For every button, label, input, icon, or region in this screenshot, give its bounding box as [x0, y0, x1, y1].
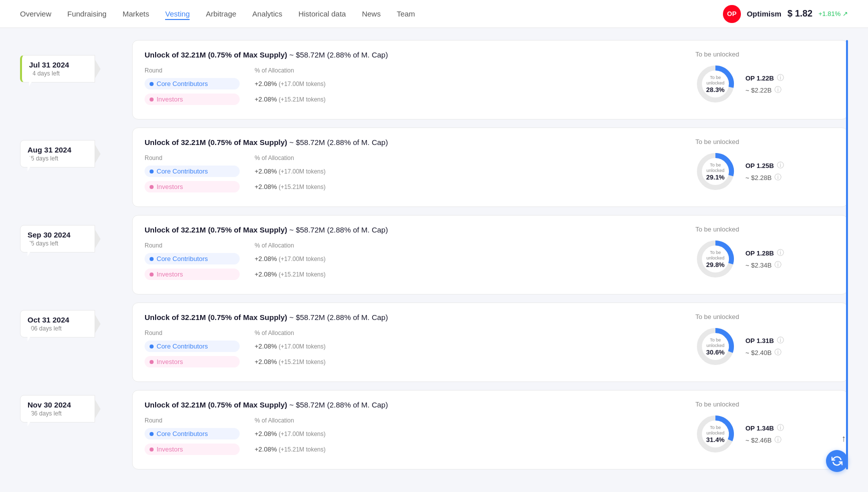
timeline-item-4[interactable]: Nov 30 2024 136 days left: [20, 395, 120, 422]
donut-center: To beunlocked 31.4%: [706, 425, 725, 444]
info-icon-op[interactable]: ⓘ: [777, 424, 784, 432]
info-icon-op[interactable]: ⓘ: [777, 248, 784, 258]
unlock-table: Round % of Allocation Core Contributors …: [145, 242, 675, 280]
scroll-up-button[interactable]: ↑: [841, 434, 846, 444]
usd-amount: ~ $2.46B: [745, 436, 771, 444]
op-amount: OP 1.25B: [745, 162, 774, 170]
unlock-card-1: Unlock of 32.21M (0.75% of Max Supply) ~…: [132, 128, 848, 207]
round-badge[interactable]: Core Contributors: [145, 253, 240, 264]
timeline-date: Aug 31 2024: [28, 146, 88, 154]
nav-item-analytics[interactable]: Analytics: [252, 8, 282, 20]
nav-item-arbitrage[interactable]: Arbitrage: [206, 8, 236, 20]
table-header: Round % of Allocation: [145, 154, 675, 162]
token-logo: OP: [723, 5, 741, 23]
unlock-table: Round % of Allocation Core Contributors …: [145, 417, 675, 455]
unlock-card-3: Unlock of 32.21M (0.75% of Max Supply) ~…: [132, 302, 848, 382]
chart-stats: OP 1.22B ⓘ ~ $2.22B ⓘ: [745, 74, 784, 94]
chart-row: To beunlocked 31.4% OP 1.34B ⓘ ~ $2.46B …: [695, 414, 784, 454]
table-header: Round % of Allocation: [145, 330, 675, 336]
timeline-days-left: 75 days left: [28, 240, 88, 247]
op-amount-row: OP 1.25B ⓘ: [745, 161, 784, 170]
col-round-header: Round: [145, 242, 255, 249]
round-badge[interactable]: Core Contributors: [145, 428, 240, 440]
timeline-date: Oct 31 2024: [28, 316, 88, 324]
chart-row: To beunlocked 28.3% OP 1.22B ⓘ ~ $2.22B …: [695, 64, 784, 104]
timeline-item-1[interactable]: Aug 31 2024 45 days left: [20, 140, 120, 168]
donut-pct: 29.8%: [706, 260, 725, 268]
chart-title: To be unlocked: [695, 226, 739, 233]
chart-row: To beunlocked 30.6% OP 1.31B ⓘ ~ $2.40B …: [695, 326, 784, 366]
info-icon-op[interactable]: ⓘ: [777, 161, 784, 170]
unlock-row: Core Contributors +2.08% (+17.00M tokens…: [145, 78, 675, 90]
round-badge[interactable]: Investors: [145, 181, 240, 192]
nav-item-historical-data[interactable]: Historical data: [298, 8, 346, 20]
unlock-cards: Unlock of 32.21M (0.75% of Max Supply) ~…: [132, 40, 848, 470]
unlock-row: Core Contributors +2.08% (+17.00M tokens…: [145, 253, 675, 264]
timeline-item-2[interactable]: Sep 30 2024 75 days left: [20, 225, 120, 252]
table-header: Round % of Allocation: [145, 242, 675, 249]
usd-amount: ~ $2.40B: [745, 349, 771, 356]
timeline-item-3[interactable]: Oct 31 2024 106 days left: [20, 310, 120, 338]
unlock-card-0: Unlock of 32.21M (0.75% of Max Supply) ~…: [132, 40, 848, 120]
upcoming-section: Upcoming Token Unlocks ›: [0, 490, 868, 492]
donut-chart: To beunlocked 31.4%: [695, 414, 735, 454]
nav-item-overview[interactable]: Overview: [20, 8, 52, 20]
token-name: Optimism: [747, 10, 781, 18]
info-icon-op[interactable]: ⓘ: [777, 336, 784, 345]
nav-item-fundraising[interactable]: Fundraising: [68, 8, 107, 20]
allocation-text: +2.08% (+17.00M tokens): [255, 168, 326, 175]
unlock-row: Investors +2.08% (+15.21M tokens): [145, 444, 675, 455]
unlock-title: Unlock of 32.21M (0.75% of Max Supply) ~…: [145, 313, 675, 322]
round-badge[interactable]: Investors: [145, 444, 240, 455]
col-round-header: Round: [145, 67, 255, 74]
usd-amount-row: ~ $2.40B ⓘ: [745, 348, 784, 357]
allocation-text: +2.08% (+17.00M tokens): [255, 342, 326, 350]
donut-chart: To beunlocked 30.6%: [695, 326, 735, 366]
donut-center: To beunlocked 29.8%: [706, 250, 725, 268]
unlock-row: Core Contributors +2.08% (+17.00M tokens…: [145, 428, 675, 440]
nav-item-vesting[interactable]: Vesting: [165, 8, 190, 20]
nav-item-news[interactable]: News: [362, 8, 381, 20]
chart-title: To be unlocked: [695, 400, 739, 408]
main-nav: OverviewFundraisingMarketsVestingArbitra…: [20, 8, 723, 20]
round-badge[interactable]: Core Contributors: [145, 340, 240, 352]
chart-title: To be unlocked: [695, 138, 739, 146]
header: OverviewFundraisingMarketsVestingArbitra…: [0, 0, 868, 28]
usd-amount: ~ $2.28B: [745, 174, 771, 182]
info-icon-op[interactable]: ⓘ: [777, 74, 784, 82]
timeline-days-left: 136 days left: [28, 410, 88, 417]
allocation-text: +2.08% (+15.21M tokens): [255, 358, 326, 366]
table-header: Round % of Allocation: [145, 67, 675, 74]
unlock-title: Unlock of 32.21M (0.75% of Max Supply) ~…: [145, 50, 675, 59]
op-amount: OP 1.31B: [745, 337, 774, 344]
info-icon-usd[interactable]: ⓘ: [774, 436, 781, 444]
unlock-card-left: Unlock of 32.21M (0.75% of Max Supply) ~…: [145, 313, 675, 372]
nav-item-team[interactable]: Team: [397, 8, 415, 20]
timeline-date: Jul 31 2024: [29, 60, 88, 69]
timeline-date: Sep 30 2024: [28, 230, 88, 239]
unlock-chart-area: To be unlocked To beunlocked 29.1% OP 1.…: [695, 138, 835, 192]
upcoming-token-unlocks[interactable]: Upcoming Token Unlocks ›: [20, 490, 848, 492]
donut-center: To beunlocked 30.6%: [706, 338, 725, 356]
scroll-to-top-button[interactable]: [826, 450, 848, 472]
unlock-table: Round % of Allocation Core Contributors …: [145, 67, 675, 105]
nav-item-markets[interactable]: Markets: [123, 8, 149, 20]
round-badge[interactable]: Investors: [145, 356, 240, 368]
info-icon-usd[interactable]: ⓘ: [774, 348, 781, 357]
round-badge[interactable]: Investors: [145, 268, 240, 280]
op-amount-row: OP 1.22B ⓘ: [745, 74, 784, 82]
usd-amount-row: ~ $2.46B ⓘ: [745, 436, 784, 444]
round-badge[interactable]: Core Contributors: [145, 166, 240, 177]
timeline-days-left: 106 days left: [28, 325, 88, 332]
timeline-days-left: 45 days left: [28, 155, 88, 162]
info-icon-usd[interactable]: ⓘ: [774, 86, 781, 94]
unlock-chart-area: To be unlocked To beunlocked 30.6% OP 1.…: [695, 313, 835, 366]
timeline-item-0[interactable]: Jul 31 2024 14 days left: [20, 55, 120, 82]
round-badge[interactable]: Core Contributors: [145, 78, 240, 90]
op-amount: OP 1.22B: [745, 74, 774, 82]
info-icon-usd[interactable]: ⓘ: [774, 260, 781, 270]
round-badge[interactable]: Investors: [145, 94, 240, 105]
info-icon-usd[interactable]: ⓘ: [774, 173, 781, 182]
donut-pct: 31.4%: [706, 436, 725, 443]
op-amount-row: OP 1.31B ⓘ: [745, 336, 784, 345]
